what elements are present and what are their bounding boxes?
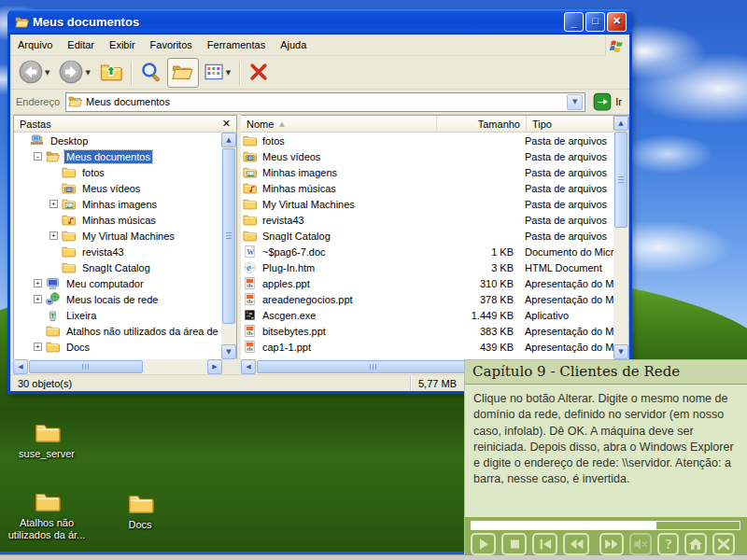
table-row[interactable]: Ascgen.exe1.449 KBAplicativo [241,307,613,323]
expand-plus-icon[interactable]: + [49,231,58,240]
menu-arquivo[interactable]: Arquivo [10,36,60,53]
music-folder-icon [62,213,77,227]
tree-item[interactable]: Lixeira [14,307,221,323]
table-row[interactable]: revista43Pasta de arquivos [241,212,613,228]
desktop-icon-docs[interactable]: Docs [97,491,183,531]
menu-exibir[interactable]: Exibir [102,36,143,53]
list-hscroll-thumb[interactable] [257,360,490,373]
menu-ajuda[interactable]: Ajuda [273,36,314,53]
tree-vscroll-thumb[interactable] [222,148,235,324]
tree-scroll-right-icon[interactable]: ▶ [207,359,222,374]
maximize-button[interactable]: □ [585,12,605,32]
column-label: Tipo [532,119,552,130]
desktop-icon-atalhos-n-o[interactable]: Atalhos não utilizados da ár... [4,489,90,541]
collapse-minus-icon[interactable]: - [34,152,42,161]
tree-hscrollbar[interactable]: ◀ ▶ [13,359,222,374]
expand-plus-icon[interactable]: + [49,200,58,208]
mute-button[interactable] [629,533,652,555]
tree-item[interactable]: +Docs [14,339,221,355]
play-button[interactable] [471,533,496,555]
back-dropdown-icon[interactable]: ▼ [45,69,49,77]
player-progress-bar[interactable] [471,521,740,530]
menu-editar[interactable]: Editar [60,36,102,53]
table-row[interactable]: areadenegocios.ppt378 KBApresentação do … [241,291,613,307]
column-header-nome[interactable]: Nome▲ [241,116,437,133]
address-dropdown-button[interactable]: ▼ [567,94,583,110]
titlebar[interactable]: Meus documentos _□✕ [7,9,632,35]
tree-item[interactable]: revista43 [14,244,221,259]
tree-item[interactable]: +Minhas imagens [14,196,221,212]
table-row[interactable]: W~$pag6-7.doc1 KBDocumento do Micr [241,244,613,259]
file-name-cell: Ascgen.exe [241,308,435,322]
list-vscrollbar[interactable]: ▲ ▼ [613,116,628,359]
tree-vscrollbar[interactable]: ▲ ▼ [221,133,236,359]
desktop-icon-suse-server[interactable]: suse_server [4,420,90,460]
back-button[interactable]: ▼ [14,58,54,88]
tree-item[interactable]: Meus vídeos [14,180,221,196]
list-scroll-left-icon[interactable]: ◀ [241,359,256,374]
file-type-cell: Apresentação do M [525,326,613,337]
table-row[interactable]: Meus vídeosPasta de arquivos [241,148,613,164]
views-button[interactable]: ▼ [199,58,235,88]
menu-ferramentas[interactable]: Ferramentas [200,36,273,53]
tree-item[interactable]: fotos [14,164,221,180]
table-row[interactable]: fotosPasta de arquivos [241,133,613,148]
expand-plus-icon[interactable]: + [34,279,42,287]
table-row[interactable]: SnagIt CatalogPasta de arquivos [241,228,613,244]
tree-scroll-down-icon[interactable]: ▼ [221,344,236,359]
tree-hscroll-thumb[interactable] [29,360,143,373]
table-row[interactable]: cap1-1.ppt439 KBApresentação do M [241,339,613,355]
tree-scroll-up-icon[interactable]: ▲ [221,133,236,147]
tree-item[interactable]: +Meus locais de rede [14,291,221,307]
expand-plus-icon[interactable]: + [34,295,42,303]
tree-item[interactable]: +My Virtual Machines [14,228,221,244]
skip-start-button[interactable] [532,533,557,555]
close-button[interactable] [712,533,735,555]
delete-button[interactable] [244,58,274,88]
file-type-cell: Pasta de arquivos [525,167,613,178]
tree-item[interactable]: Desktop [14,133,221,148]
address-combobox[interactable]: Meus documentos ▼ [65,92,585,112]
help-button[interactable]: ? [657,533,679,555]
expand-plus-icon[interactable]: + [34,343,42,351]
close-button[interactable]: ✕ [607,12,627,32]
table-row[interactable]: Minhas imagensPasta de arquivos [241,164,613,180]
tree-item[interactable]: Minhas músicas [14,212,221,228]
tree-item-label: Desktop [49,134,90,147]
tree-scroll-left-icon[interactable]: ◀ [13,359,28,374]
folders-button[interactable] [167,58,199,88]
tree-item[interactable]: SnagIt Catalog [14,259,221,275]
table-row[interactable]: bitsebytes.ppt383 KBApresentação do M [241,323,613,339]
table-row[interactable]: My Virtual MachinesPasta de arquivos [241,196,613,212]
rewind-button[interactable] [563,533,589,555]
forward-button[interactable]: ▼ [54,58,94,88]
list-scroll-up-icon[interactable]: ▲ [613,116,628,131]
file-type-cell: Aplicativo [525,310,613,321]
list-vscroll-thumb[interactable] [614,132,627,228]
column-header-tamanho[interactable]: Tamanho [437,116,527,133]
table-row[interactable]: apples.ppt310 KBApresentação do M [241,275,613,291]
fast-forward-button[interactable] [599,533,624,555]
exe-icon [243,308,258,322]
home-button[interactable] [684,533,707,555]
views-dropdown-icon[interactable]: ▼ [226,69,231,77]
svg-text:e: e [247,262,251,273]
folders-pane-close-icon[interactable]: ✕ [222,118,231,130]
minimize-button[interactable]: _ [564,12,584,32]
folders-pane: Pastas ✕ Desktop-Meus documentosfotosMeu… [13,115,237,359]
tree-item[interactable]: -Meus documentos [14,148,221,164]
tree-item[interactable]: Atalhos não utilizados da área de tral [14,323,221,339]
menu-favoritos[interactable]: Favoritos [143,36,200,53]
list-scroll-down-icon[interactable]: ▼ [613,344,628,359]
up-button[interactable] [95,58,127,88]
column-header-tipo[interactable]: Tipo [527,116,613,133]
table-row[interactable]: Minhas músicasPasta de arquivos [241,180,613,196]
go-button[interactable] [593,92,612,111]
tree-item[interactable]: +Meu computador [14,275,221,291]
forward-dropdown-icon[interactable]: ▼ [85,69,90,77]
desktop-icon-label: Atalhos não utilizados da ár... [4,517,90,541]
stop-button[interactable] [501,533,527,555]
search-button[interactable] [135,58,167,88]
folder-icon [62,260,77,274]
table-row[interactable]: ePlug-In.htm3 KBHTML Document [241,259,613,275]
